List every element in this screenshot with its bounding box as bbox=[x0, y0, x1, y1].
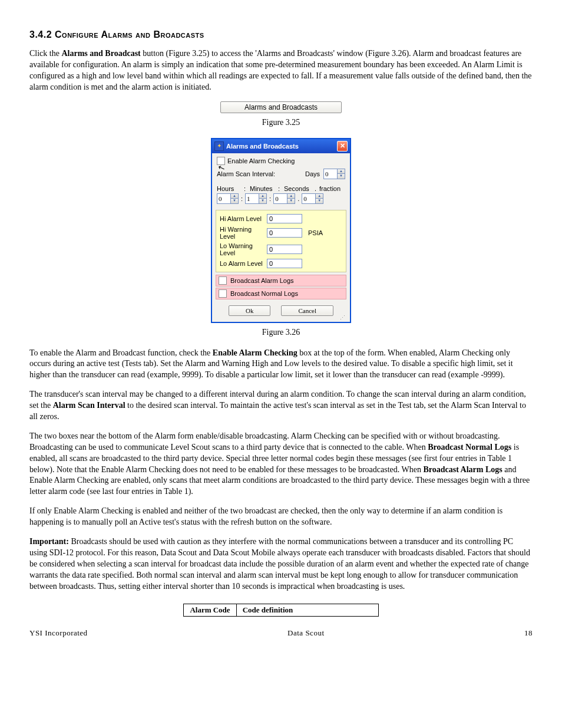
footer-page: 18 bbox=[524, 628, 533, 638]
minutes-spinner[interactable]: ▲▼ bbox=[245, 193, 267, 204]
broadcast-normal-row: Broadcast Normal Logs bbox=[216, 288, 346, 299]
figure-326-caption: Figure 3.26 bbox=[29, 328, 533, 337]
days-label: Days bbox=[305, 170, 320, 177]
alarms-broadcasts-button[interactable]: Alarms and Broadcasts bbox=[220, 101, 342, 113]
broadcast-alarm-row: Broadcast Alarm Logs bbox=[216, 275, 346, 286]
lo-warning-input[interactable] bbox=[267, 245, 302, 254]
alarm-levels-panel: Hi Alarm Level Hi Warning Level PSIA Lo … bbox=[216, 210, 346, 272]
fraction-spinner[interactable]: ▲▼ bbox=[302, 193, 323, 204]
cancel-button[interactable]: Cancel bbox=[281, 305, 333, 316]
lo-alarm-input[interactable] bbox=[267, 259, 302, 268]
days-input[interactable] bbox=[324, 169, 337, 179]
broadcast-normal-checkbox[interactable] bbox=[219, 289, 227, 298]
unit-label: PSIA bbox=[302, 229, 342, 236]
footer-title: Data Scout bbox=[287, 628, 324, 638]
alarm-code-table: Alarm Code Code definition bbox=[183, 604, 378, 617]
scan-interval-label: Alarm Scan Interval: bbox=[217, 170, 305, 177]
broadcast-alarm-checkbox[interactable] bbox=[219, 276, 227, 285]
broadcast-normal-label: Broadcast Normal Logs bbox=[230, 290, 298, 297]
dialog-title: Alarms and Broadcasts bbox=[226, 143, 337, 150]
broadcast-alarm-label: Broadcast Alarm Logs bbox=[230, 277, 294, 284]
dialog-titlebar: ✦ Alarms and Broadcasts ✕ bbox=[212, 139, 350, 153]
figure-325-caption: Figure 3.25 bbox=[29, 118, 533, 127]
enable-paragraph: To enable the Alarm and Broadcast functi… bbox=[29, 348, 533, 381]
polling-paragraph: If only Enable Alarm Checking is enabled… bbox=[29, 506, 533, 528]
hi-alarm-label: Hi Alarm Level bbox=[220, 215, 267, 222]
enable-alarm-label: Enable Alarm Checking bbox=[227, 157, 295, 164]
app-icon: ✦ bbox=[214, 141, 224, 151]
scan-interval-paragraph: The transducer's scan interval may be ch… bbox=[29, 389, 533, 423]
section-heading: 3.4.2 Configure Alarms and Broadcasts bbox=[29, 29, 533, 40]
hi-warning-input[interactable] bbox=[267, 228, 302, 238]
footer-company: YSI Incorporated bbox=[29, 628, 88, 638]
broadcast-paragraph: The two boxes near the bottom of the Ala… bbox=[29, 431, 533, 498]
lo-warning-label: Lo Warning Level bbox=[220, 242, 267, 256]
alarms-broadcasts-dialog: ✦ Alarms and Broadcasts ✕ Enable Alarm C… bbox=[211, 138, 351, 323]
ok-button[interactable]: Ok bbox=[229, 305, 270, 316]
important-paragraph: Important: Broadcasts should be used wit… bbox=[29, 536, 533, 592]
seconds-spinner[interactable]: ▲▼ bbox=[273, 193, 295, 204]
spin-up-icon[interactable]: ▲ bbox=[338, 169, 345, 174]
table-header-code: Alarm Code bbox=[184, 604, 236, 617]
lo-alarm-label: Lo Alarm Level bbox=[220, 260, 267, 267]
intro-paragraph: Click the Alarms and Broadcast button (F… bbox=[29, 48, 533, 93]
close-icon[interactable]: ✕ bbox=[337, 141, 348, 151]
hi-warning-label: Hi Warning Level bbox=[220, 226, 267, 240]
hi-alarm-input[interactable] bbox=[267, 214, 302, 223]
hours-spinner[interactable]: ▲▼ bbox=[217, 193, 239, 204]
table-header-definition: Code definition bbox=[236, 604, 378, 617]
days-spinner[interactable]: ▲▼ bbox=[323, 169, 345, 179]
spin-down-icon[interactable]: ▼ bbox=[338, 174, 345, 179]
page-footer: YSI Incorporated Data Scout 18 bbox=[29, 628, 533, 638]
